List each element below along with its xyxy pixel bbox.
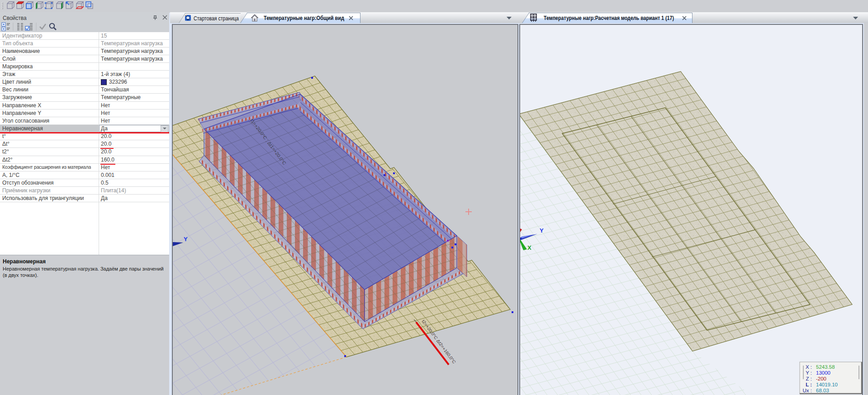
svg-text:Y: Y [184,236,188,243]
svg-text:Y :: Y : [806,370,812,376]
svg-text:13000: 13000 [816,370,830,376]
svg-text:Z :: Z : [806,376,812,381]
svg-text:5243.58: 5243.58 [816,364,835,370]
svg-text:X: X [527,244,531,251]
svg-text:Y: Y [540,227,544,234]
svg-text:68.03: 68.03 [816,388,829,393]
svg-text:X :: X : [806,364,812,370]
svg-text:-200: -200 [816,376,826,381]
svg-text:Ux :: Ux : [803,388,812,393]
svg-text:L :: L : [806,382,812,387]
svg-text:Стартовая страница: Стартовая страница [194,15,239,22]
svg-text:Температурные нагр:Расчетная м: Температурные нагр:Расчетная модель вари… [544,15,674,21]
svg-text:Температурные нагр:Общий вид: Температурные нагр:Общий вид [264,15,344,21]
svg-text:14019.10: 14019.10 [816,382,838,387]
